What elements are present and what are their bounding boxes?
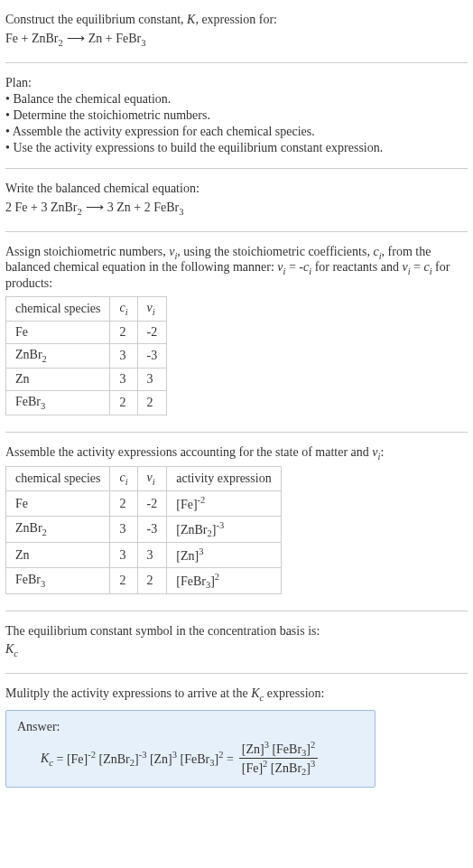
cell-ci: 2 xyxy=(110,567,137,593)
cell-species: Zn xyxy=(6,543,110,568)
divider xyxy=(5,611,468,611)
cell-expr: [FeBr3]2 xyxy=(167,567,281,593)
symbol-section: The equilibrium constant symbol in the c… xyxy=(5,617,468,667)
plan-item: • Use the activity expressions to build … xyxy=(5,141,468,155)
col-ci: ci xyxy=(110,297,137,322)
cell-vi: -3 xyxy=(137,343,167,368)
plan-item: • Assemble the activity expression for e… xyxy=(5,125,468,139)
divider xyxy=(5,231,468,232)
divider xyxy=(5,168,468,169)
cell-vi: 2 xyxy=(137,390,167,415)
answer-denominator: [Fe]2 [ZnBr2]3 xyxy=(239,759,318,777)
stoich-table: chemical species ci νi Fe 2 -2 ZnBr2 3 -… xyxy=(5,296,167,415)
table-row: ZnBr2 3 -3 [ZnBr2]-3 xyxy=(6,516,282,542)
table-row: FeBr3 2 2 [FeBr3]2 xyxy=(6,567,282,593)
plan-item: • Determine the stoichiometric numbers. xyxy=(5,108,468,123)
symbol-text: The equilibrium constant symbol in the c… xyxy=(5,624,468,639)
table-header-row: chemical species ci νi activity expressi… xyxy=(6,467,282,491)
cell-ci: 2 xyxy=(110,491,137,517)
cell-vi: -2 xyxy=(137,491,167,517)
answer-numerator: [Zn]3 [FeBr3]2 xyxy=(239,740,318,759)
answer-fraction: [Zn]3 [FeBr3]2 [Fe]2 [ZnBr2]3 xyxy=(239,740,318,778)
col-species: chemical species xyxy=(6,297,110,322)
cell-vi: -2 xyxy=(137,321,167,343)
cell-expr: [Zn]3 xyxy=(167,543,281,568)
cell-ci: 2 xyxy=(110,321,137,343)
table-row: Zn 3 3 [Zn]3 xyxy=(6,543,282,568)
divider xyxy=(5,432,468,433)
multiply-text: Mulitply the activity expressions to arr… xyxy=(5,686,468,703)
cell-species: ZnBr2 xyxy=(6,516,110,542)
answer-lhs: Kc = [Fe]-2 [ZnBr2]-3 [Zn]3 [FeBr3]2 = xyxy=(41,750,234,768)
col-expr: activity expression xyxy=(167,467,281,491)
table-row: Zn 3 3 xyxy=(6,368,167,390)
cell-ci: 3 xyxy=(110,368,137,390)
col-ci: ci xyxy=(110,467,137,491)
symbol-value: Kc xyxy=(5,642,468,658)
prompt-text: Construct the equilibrium constant, K, e… xyxy=(5,13,468,27)
table-row: Fe 2 -2 xyxy=(6,321,167,343)
table-row: Fe 2 -2 [Fe]-2 xyxy=(6,491,282,517)
activity-section: Assemble the activity expressions accoun… xyxy=(5,438,468,606)
multiply-section: Mulitply the activity expressions to arr… xyxy=(5,679,468,800)
balanced-heading: Write the balanced chemical equation: xyxy=(5,182,468,196)
col-vi: νi xyxy=(137,297,167,322)
col-species: chemical species xyxy=(6,467,110,491)
cell-ci: 3 xyxy=(110,516,137,542)
cell-species: FeBr3 xyxy=(6,390,110,415)
table-header-row: chemical species ci νi xyxy=(6,297,167,322)
cell-ci: 3 xyxy=(110,543,137,568)
cell-species: Fe xyxy=(6,321,110,343)
unbalanced-equation: Fe + ZnBr2⟶Zn + FeBr3 xyxy=(5,31,468,48)
balanced-section: Write the balanced chemical equation: 2 … xyxy=(5,174,468,226)
cell-vi: 3 xyxy=(137,543,167,568)
prompt-section: Construct the equilibrium constant, K, e… xyxy=(5,5,468,57)
cell-ci: 2 xyxy=(110,390,137,415)
answer-box: Answer: Kc = [Fe]-2 [ZnBr2]-3 [Zn]3 [FeB… xyxy=(5,710,376,788)
cell-expr: [ZnBr2]-3 xyxy=(167,516,281,542)
cell-vi: 3 xyxy=(137,368,167,390)
plan-list: • Balance the chemical equation. • Deter… xyxy=(5,92,468,155)
cell-ci: 3 xyxy=(110,343,137,368)
answer-expression: Kc = [Fe]-2 [ZnBr2]-3 [Zn]3 [FeBr3]2 = [… xyxy=(17,740,364,778)
cell-vi: 2 xyxy=(137,567,167,593)
cell-species: Fe xyxy=(6,491,110,517)
cell-vi: -3 xyxy=(137,516,167,542)
table-row: FeBr3 2 2 xyxy=(6,390,167,415)
divider xyxy=(5,62,468,63)
stoich-text: Assign stoichiometric numbers, νi, using… xyxy=(5,245,468,292)
stoich-section: Assign stoichiometric numbers, νi, using… xyxy=(5,238,468,426)
activity-text: Assemble the activity expressions accoun… xyxy=(5,445,468,462)
cell-species: Zn xyxy=(6,368,110,390)
balanced-equation: 2 Fe + 3 ZnBr2⟶3 Zn + 2 FeBr3 xyxy=(5,200,468,217)
plan-item: • Balance the chemical equation. xyxy=(5,92,468,107)
activity-table: chemical species ci νi activity expressi… xyxy=(5,466,282,594)
divider xyxy=(5,673,468,674)
cell-species: ZnBr2 xyxy=(6,343,110,368)
cell-species: FeBr3 xyxy=(6,567,110,593)
plan-section: Plan: • Balance the chemical equation. •… xyxy=(5,69,468,163)
col-vi: νi xyxy=(137,467,167,491)
cell-expr: [Fe]-2 xyxy=(167,491,281,517)
plan-heading: Plan: xyxy=(5,76,468,90)
table-row: ZnBr2 3 -3 xyxy=(6,343,167,368)
answer-label: Answer: xyxy=(17,720,364,734)
